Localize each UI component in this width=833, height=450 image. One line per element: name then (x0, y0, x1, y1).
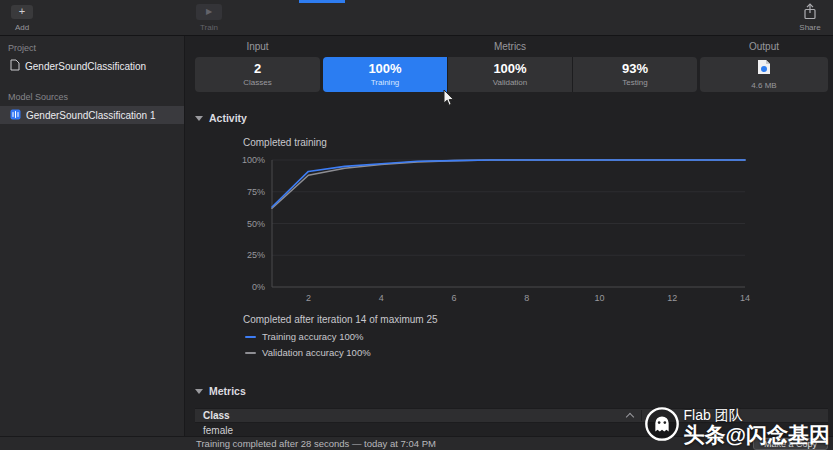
watermark-line1: Flab 团队 (684, 407, 743, 423)
sidebar-item-model-source[interactable]: GenderSoundClassification 1 (0, 106, 184, 124)
svg-text:10: 10 (594, 293, 604, 303)
share-button-label: Share (790, 23, 830, 32)
input-column-header: Input (195, 41, 320, 52)
training-legend-swatch (245, 336, 256, 338)
metrics-section-header[interactable]: Metrics (195, 385, 246, 397)
sidebar-sources-header: Model Sources (0, 85, 184, 106)
completion-note: Completed after iteration 14 of maximum … (243, 314, 438, 325)
training-label: Training (371, 78, 400, 87)
svg-text:25%: 25% (247, 250, 265, 260)
main-panel: Input Metrics Output 2 Classes 100% Trai… (186, 36, 833, 436)
tab-training[interactable]: 100% Training (323, 57, 447, 92)
toolbar: + Add ▶ Train Share (0, 0, 833, 36)
document-icon (10, 59, 20, 73)
legend-validation: Validation accuracy 100% (245, 347, 371, 358)
metrics-card-group: 100% Training 100% Validation 93% Testin… (323, 57, 697, 92)
sidebar-project-header: Project (0, 36, 184, 57)
training-value: 100% (368, 62, 401, 76)
output-size-label: 4.6 MB (751, 81, 776, 90)
validation-value: 100% (493, 62, 526, 76)
watermark-line2: 头条@闪念基因 (684, 423, 830, 447)
create-ml-window: + Add ▶ Train Share Project GenderSoundC… (0, 0, 833, 450)
tab-validation[interactable]: 100% Validation (447, 57, 572, 92)
add-button[interactable]: + (11, 5, 33, 19)
input-classes-label: Classes (243, 78, 271, 87)
train-button[interactable]: ▶ (196, 4, 222, 20)
mouse-cursor (443, 90, 455, 111)
testing-label: Testing (622, 78, 647, 87)
activity-section-header[interactable]: Activity (195, 112, 247, 124)
train-button-label: Train (190, 23, 228, 32)
activity-section-label: Activity (209, 112, 247, 124)
accuracy-chart: 0%25%50%75%100%2468101214 (236, 152, 766, 304)
output-model-card[interactable]: 4.6 MB (700, 57, 828, 92)
class-cell: female (203, 425, 233, 436)
svg-text:50%: 50% (247, 219, 265, 229)
ghost-logo-icon (643, 405, 681, 447)
svg-text:4: 4 (379, 293, 384, 303)
metrics-column-header: Metrics (323, 41, 697, 52)
output-column-header: Output (700, 41, 828, 52)
class-column-label: Class (203, 410, 230, 421)
input-classes-value: 2 (254, 62, 261, 76)
sidebar-item-label: GenderSoundClassification (25, 61, 146, 72)
add-button-label: Add (3, 23, 41, 32)
model-source-icon (10, 109, 21, 122)
svg-text:100%: 100% (242, 155, 265, 165)
legend-training: Training accuracy 100% (245, 331, 364, 342)
validation-legend-swatch (245, 352, 256, 354)
sort-ascending-icon[interactable] (626, 413, 634, 421)
svg-text:8: 8 (524, 293, 529, 303)
sidebar: Project GenderSoundClassification Model … (0, 36, 185, 436)
sidebar-item-label: GenderSoundClassification 1 (26, 110, 156, 121)
disclosure-triangle-icon (195, 389, 203, 394)
svg-text:75%: 75% (247, 187, 265, 197)
share-icon[interactable] (802, 3, 818, 19)
validation-legend-label: Validation accuracy 100% (262, 347, 371, 358)
tab-testing[interactable]: 93% Testing (572, 57, 697, 92)
input-classes-card[interactable]: 2 Classes (195, 57, 320, 92)
sidebar-item-project[interactable]: GenderSoundClassification (0, 57, 184, 75)
training-legend-label: Training accuracy 100% (262, 331, 364, 342)
screen-edge-artifact (299, 0, 345, 3)
svg-text:14: 14 (740, 293, 750, 303)
svg-text:12: 12 (667, 293, 677, 303)
training-completed-status: Training completed after 28 seconds — to… (196, 437, 436, 450)
training-status-text: Completed training (243, 137, 327, 148)
validation-label: Validation (493, 78, 528, 87)
disclosure-triangle-icon (195, 116, 203, 121)
testing-value: 93% (622, 62, 648, 76)
svg-text:6: 6 (451, 293, 456, 303)
watermark: Flab 团队 头条@闪念基因 (643, 405, 830, 447)
svg-text:0%: 0% (252, 282, 265, 292)
metrics-section-label: Metrics (209, 385, 246, 397)
mlmodel-file-icon (757, 59, 771, 79)
svg-text:2: 2 (306, 293, 311, 303)
